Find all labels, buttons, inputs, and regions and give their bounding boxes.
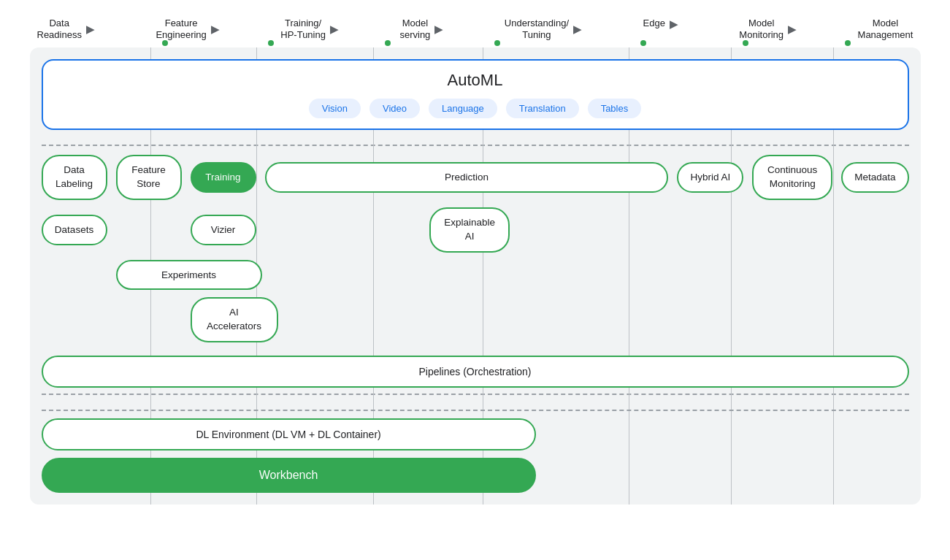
service-training: Training bbox=[191, 162, 256, 193]
services-row-4: AIAccelerators bbox=[42, 297, 909, 342]
arrow-icon: ▶ bbox=[211, 23, 219, 36]
header-label: Data Readiness bbox=[37, 18, 82, 42]
arrow-icon: ▶ bbox=[330, 23, 338, 36]
services-section: DataLabeling FeatureStore Training Predi… bbox=[42, 155, 909, 388]
service-experiments: Experiments bbox=[116, 260, 262, 291]
automl-section: AutoML Vision Video Language Translation… bbox=[42, 59, 909, 130]
header-item-understanding: Understanding/ Tuning ▶ bbox=[505, 18, 581, 42]
automl-chips: Vision Video Language Translation Tables bbox=[58, 99, 893, 118]
service-hybrid-ai: Hybrid AI bbox=[677, 162, 743, 193]
dashed-divider-2 bbox=[42, 394, 909, 395]
service-continuous-monitoring: ContinuousMonitoring bbox=[752, 155, 832, 200]
service-datasets: Datasets bbox=[42, 215, 107, 245]
service-vizier: Vizier bbox=[191, 215, 256, 245]
header-item-model-serving: Model serving ▶ bbox=[399, 18, 443, 42]
arrow-icon: ▶ bbox=[788, 23, 796, 36]
service-data-labeling: DataLabeling bbox=[42, 155, 107, 200]
chip-translation: Translation bbox=[506, 99, 579, 118]
service-feature-store: FeatureStore bbox=[116, 155, 182, 200]
header-label: Training/ HP-Tuning bbox=[280, 18, 326, 42]
header-item-data-readiness: Data Readiness ▶ bbox=[37, 18, 94, 42]
chip-language: Language bbox=[429, 99, 497, 118]
dl-env-box: DL Environment (DL VM + DL Container) bbox=[42, 418, 536, 450]
header-row: Data Readiness ▶ Feature Engineering ▶ T… bbox=[30, 18, 921, 42]
header-label: Model Management bbox=[858, 18, 913, 42]
header-label: Model Monitoring bbox=[739, 18, 784, 42]
chip-vision: Vision bbox=[309, 99, 361, 118]
arrow-icon: ▶ bbox=[434, 23, 443, 36]
arrow-icon: ▶ bbox=[86, 23, 94, 36]
header-label: Understanding/ Tuning bbox=[505, 18, 569, 42]
chip-video: Video bbox=[369, 99, 420, 118]
service-metadata: Metadata bbox=[841, 162, 908, 193]
header-label: Edge bbox=[643, 18, 665, 30]
workbench-box: Workbench bbox=[42, 458, 536, 493]
arrow-icon: ▶ bbox=[573, 23, 581, 36]
services-row-2: Datasets Vizier ExplainableAI bbox=[42, 207, 909, 253]
header-item-model-management: Model Management bbox=[858, 18, 913, 42]
header-item-edge: Edge ▶ bbox=[643, 18, 678, 31]
bottom-section: DL Environment (DL VM + DL Container) Wo… bbox=[42, 410, 909, 493]
diagram-container: Data Readiness ▶ Feature Engineering ▶ T… bbox=[15, 10, 935, 551]
header-item-training: Training/ HP-Tuning ▶ bbox=[280, 18, 338, 42]
services-row-3: Experiments bbox=[42, 260, 909, 291]
chip-tables: Tables bbox=[588, 99, 642, 118]
service-prediction: Prediction bbox=[265, 162, 669, 193]
header-label: Model serving bbox=[399, 18, 430, 42]
pipeline-row: Pipelines (Orchestration) bbox=[42, 356, 909, 388]
service-explainable-ai: ExplainableAI bbox=[429, 207, 510, 253]
header-item-feature-engineering: Feature Engineering ▶ bbox=[156, 18, 218, 42]
dashed-divider-1 bbox=[42, 145, 909, 146]
services-row-1: DataLabeling FeatureStore Training Predi… bbox=[42, 155, 909, 200]
main-area: AutoML Vision Video Language Translation… bbox=[30, 47, 921, 505]
service-ai-accelerators: AIAccelerators bbox=[191, 297, 278, 342]
automl-title: AutoML bbox=[58, 71, 893, 90]
header-label: Feature Engineering bbox=[156, 18, 206, 42]
arrow-icon: ▶ bbox=[670, 18, 678, 31]
pipeline-box: Pipelines (Orchestration) bbox=[42, 356, 909, 388]
header-item-model-monitoring: Model Monitoring ▶ bbox=[739, 18, 796, 42]
